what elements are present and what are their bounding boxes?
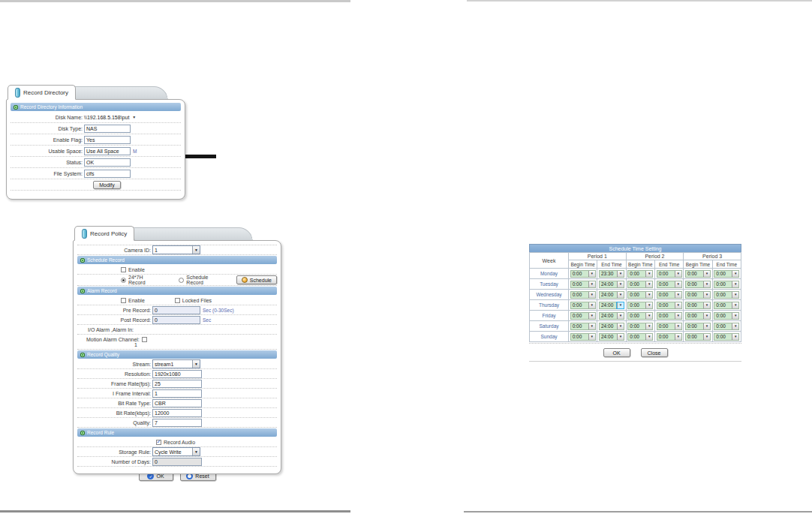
radio-24x7-record[interactable] [121, 278, 126, 283]
text-input[interactable]: Yes [84, 136, 131, 144]
chevron-down-icon[interactable]: ▼ [675, 302, 681, 308]
time-select[interactable]: 0:00▼ [685, 333, 711, 341]
time-select[interactable]: 0:00▼ [627, 323, 653, 330]
time-select[interactable]: 0:00▼ [627, 333, 653, 341]
alarm-enable-checkbox[interactable] [121, 298, 126, 303]
time-select[interactable]: 0:00▼ [570, 323, 596, 330]
time-select[interactable]: 0:00▼ [657, 323, 682, 330]
chevron-down-icon[interactable]: ▼ [675, 334, 681, 340]
time-select[interactable]: 0:00▼ [657, 291, 682, 299]
time-select[interactable]: 0:00▼ [627, 281, 653, 288]
chevron-down-icon[interactable]: ▼ [588, 271, 595, 277]
time-select[interactable]: 23:30▼ [599, 270, 624, 278]
tab-record-directory[interactable]: Record Directory [8, 85, 76, 100]
chevron-down-icon[interactable]: ▼ [732, 281, 738, 287]
time-select[interactable]: 0:00▼ [685, 312, 711, 320]
chevron-down-icon[interactable]: ▼ [588, 292, 595, 298]
time-select[interactable]: 0:00▼ [570, 302, 596, 309]
schedule-enable-checkbox[interactable] [121, 267, 126, 272]
text-input[interactable]: Use All Space [84, 147, 131, 155]
pre-record-input[interactable]: 0 [152, 306, 200, 314]
time-select[interactable]: 0:00▼ [714, 270, 739, 278]
chevron-down-icon[interactable]: ▼ [617, 302, 624, 308]
chevron-down-icon[interactable]: ▼ [192, 448, 200, 455]
time-select[interactable]: 0:00▼ [570, 270, 596, 278]
time-select[interactable]: 0:00▼ [570, 291, 596, 299]
text-input[interactable]: CBR [152, 399, 202, 407]
time-select[interactable]: 0:00▼ [627, 312, 653, 320]
time-select[interactable]: 0:00▼ [714, 323, 739, 330]
chevron-down-icon[interactable]: ▼ [645, 323, 652, 329]
chevron-down-icon[interactable]: ▼ [732, 271, 738, 277]
locked-files-checkbox[interactable] [175, 298, 180, 303]
time-select[interactable]: 0:00▼ [714, 312, 739, 320]
time-select[interactable]: 24:00▼ [599, 291, 624, 299]
time-select[interactable]: 0:00▼ [685, 302, 711, 309]
schedule-button[interactable]: Schedule [236, 275, 277, 284]
chevron-down-icon[interactable]: ▼ [192, 360, 200, 368]
chevron-down-icon[interactable]: ▼ [732, 323, 738, 329]
chevron-down-icon[interactable]: ▼ [132, 115, 136, 119]
motion-channel-checkbox[interactable] [142, 337, 147, 342]
chevron-down-icon[interactable]: ▼ [617, 334, 624, 340]
chevron-down-icon[interactable]: ▼ [645, 292, 652, 298]
tab-record-policy[interactable]: Record Policy [74, 226, 134, 241]
camera-id-select[interactable]: 1 ▼ [152, 245, 200, 254]
chevron-down-icon[interactable]: ▼ [617, 313, 624, 319]
chevron-down-icon[interactable]: ▼ [703, 302, 710, 308]
time-select[interactable]: 0:00▼ [627, 270, 653, 278]
time-select[interactable]: 0:00▼ [685, 291, 711, 299]
chevron-down-icon[interactable]: ▼ [675, 323, 681, 329]
time-select[interactable]: 0:00▼ [714, 291, 739, 299]
chevron-down-icon[interactable]: ▼ [703, 323, 710, 329]
text-input[interactable]: cifs [84, 170, 131, 178]
post-record-input[interactable]: 0 [152, 316, 200, 324]
chevron-down-icon[interactable]: ▼ [645, 313, 652, 319]
schedule-close-button[interactable]: Close [641, 348, 668, 357]
time-select[interactable]: 0:00▼ [714, 302, 739, 309]
text-input[interactable]: 1 [152, 389, 202, 398]
text-input[interactable]: NAS [84, 125, 131, 133]
schedule-ok-button[interactable]: OK [603, 348, 630, 357]
chevron-down-icon[interactable]: ▼ [732, 302, 738, 308]
text-input[interactable]: 1920x1080 [152, 370, 202, 378]
time-select[interactable]: 24:00▼ [599, 302, 624, 309]
text-input[interactable]: 25 [152, 380, 202, 388]
chevron-down-icon[interactable]: ▼ [588, 313, 595, 319]
chevron-down-icon[interactable]: ▼ [617, 292, 624, 298]
chevron-down-icon[interactable]: ▼ [192, 246, 200, 254]
chevron-down-icon[interactable]: ▼ [588, 334, 595, 340]
record-audio-checkbox[interactable] [156, 440, 161, 445]
chevron-down-icon[interactable]: ▼ [703, 281, 710, 287]
chevron-down-icon[interactable]: ▼ [732, 334, 738, 340]
text-input[interactable]: 7 [152, 419, 202, 427]
time-select[interactable]: 0:00▼ [570, 312, 596, 320]
time-select[interactable]: 0:00▼ [570, 281, 596, 288]
time-select[interactable]: 0:00▼ [714, 333, 739, 341]
chevron-down-icon[interactable]: ▼ [645, 281, 652, 287]
radio-schedule-record[interactable] [179, 278, 184, 283]
time-select[interactable]: 0:00▼ [714, 281, 739, 288]
chevron-down-icon[interactable]: ▼ [675, 281, 681, 287]
chevron-down-icon[interactable]: ▼ [617, 323, 624, 329]
chevron-down-icon[interactable]: ▼ [675, 271, 681, 277]
time-select[interactable]: 0:00▼ [570, 333, 596, 341]
time-select[interactable]: 0:00▼ [657, 333, 682, 341]
chevron-down-icon[interactable]: ▼ [588, 281, 595, 287]
time-select[interactable]: 24:00▼ [599, 281, 624, 288]
modify-button[interactable]: Modify [93, 181, 121, 189]
time-select[interactable]: 0:00▼ [627, 302, 653, 309]
time-select[interactable]: 0:00▼ [657, 270, 682, 278]
text-input[interactable]: OK [84, 158, 131, 167]
time-select[interactable]: 0:00▼ [685, 323, 711, 330]
chevron-down-icon[interactable]: ▼ [675, 313, 681, 319]
storage-rule-select[interactable]: Cycle Write ▼ [152, 447, 200, 456]
time-select[interactable]: 0:00▼ [657, 281, 682, 288]
chevron-down-icon[interactable]: ▼ [703, 271, 710, 277]
text-input[interactable]: 12000 [152, 409, 202, 417]
chevron-down-icon[interactable]: ▼ [675, 292, 681, 298]
number-of-days-input[interactable]: 0 [152, 458, 202, 466]
chevron-down-icon[interactable]: ▼ [703, 292, 710, 298]
chevron-down-icon[interactable]: ▼ [645, 271, 652, 277]
time-select[interactable]: 24:00▼ [599, 333, 624, 341]
